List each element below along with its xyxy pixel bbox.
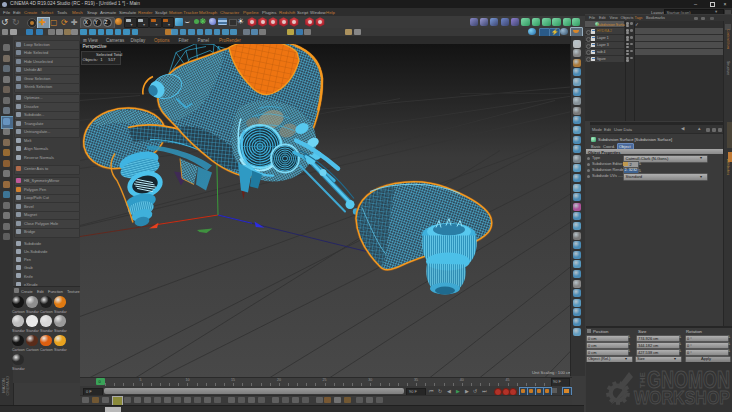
svg-text:WORKSHOP: WORKSHOP: [634, 387, 730, 408]
svg-text:THE: THE: [638, 372, 647, 388]
